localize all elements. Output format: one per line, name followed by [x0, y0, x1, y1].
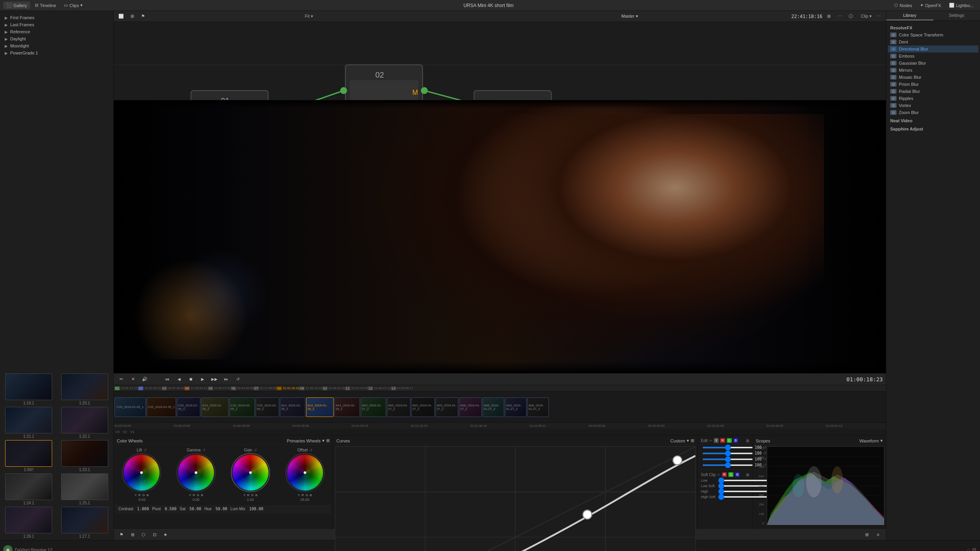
offset-color-wheel[interactable]	[285, 453, 325, 492]
skip-end-btn[interactable]: ⏭	[222, 375, 230, 384]
preview-expand-btn[interactable]: ⊞	[825, 12, 833, 21]
curves-dropdown[interactable]: ▾	[687, 438, 689, 443]
gamma-reset[interactable]: ↺	[202, 448, 205, 452]
tl-clip-5[interactable]: C20_2016-02-05_1	[229, 397, 255, 417]
soft-clip-more[interactable]: ⊞	[746, 473, 749, 477]
tl-clip-15[interactable]: A08_2016-01-27_2	[483, 397, 504, 417]
lift-color-wheel[interactable]	[122, 453, 161, 492]
mask-btn[interactable]: ✕	[129, 375, 137, 384]
group-btn[interactable]: ⊞	[128, 530, 137, 539]
soft-clip-r[interactable]: R	[722, 472, 727, 477]
gallery-tab[interactable]: ⬛ Gallery	[3, 2, 30, 9]
fx-dent[interactable]: ⊡ Dent	[888, 38, 978, 45]
tl-clip-4[interactable]: A14_2016-01-28_2	[201, 397, 229, 417]
openfx-btn[interactable]: ✦ OpenFX	[917, 2, 944, 9]
tree-powergrade[interactable]: ▶ PowerGrade 1	[2, 49, 112, 56]
gain-reset[interactable]: ↺	[254, 448, 257, 452]
soft-clip-pencil[interactable]: ✏	[717, 473, 720, 477]
lightbox-btn[interactable]: ⬜ Lightbo...	[946, 2, 977, 9]
nodes-btn[interactable]: ⬡ Nodes	[891, 2, 915, 9]
edit-pencil-icon[interactable]: ✏	[709, 439, 712, 443]
edit-more-btn[interactable]: ⊞	[746, 439, 749, 443]
viewer-mode-btn[interactable]: ⬜	[117, 12, 125, 21]
channel-b-btn[interactable]: B	[733, 438, 738, 443]
white-slider[interactable]	[702, 447, 753, 448]
tl-clip-14[interactable]: A08_2016-01-27_2	[459, 397, 482, 417]
tl-clip-16[interactable]: A08_2016-01-27_2	[505, 397, 526, 417]
home-icon[interactable]: ⌂	[967, 547, 970, 551]
fx-zoom-blur[interactable]: ⊡ Zoom Blur	[888, 109, 978, 116]
draw-tool-btn[interactable]: ✏	[117, 375, 125, 384]
gamma-color-wheel[interactable]	[176, 453, 216, 492]
next-frame-btn[interactable]: ▶▶	[210, 375, 219, 384]
audio-btn[interactable]: 🔊	[140, 375, 149, 384]
thumbnail-6[interactable]: 1:23.1	[58, 440, 112, 472]
thumbnail-10[interactable]: 1:27.1	[58, 507, 112, 538]
viewer-flag-btn[interactable]: ⚑	[139, 12, 147, 21]
thumbnail-9[interactable]: 1:26.1	[2, 507, 56, 538]
thumbnail-8[interactable]: 1:25.1	[58, 473, 112, 505]
tl-clip-13[interactable]: A03_2016-01-27_2	[436, 397, 458, 417]
flag-btn[interactable]: ⚑	[117, 530, 126, 539]
tree-reference[interactable]: ▶ Reference	[2, 28, 112, 35]
clip-more-btn[interactable]: ⋯	[874, 12, 883, 21]
fx-color-space[interactable]: ⊡ Color Space Transform	[888, 31, 978, 38]
tl-clip-10[interactable]: A03_2016-01-27_2	[361, 397, 386, 417]
channel-y-btn[interactable]: Y	[714, 438, 719, 443]
tl-clip-11[interactable]: A03_2016-01-27_2	[387, 397, 410, 417]
preview-more-btn[interactable]: ⋯	[836, 12, 844, 21]
tl-clip-17[interactable]: A08_2016-01-27_2	[527, 397, 549, 417]
tree-daylight[interactable]: ▶ Daylight	[2, 35, 112, 42]
loop-btn[interactable]: ↺	[234, 375, 242, 384]
hue-value[interactable]: 50.00	[216, 507, 227, 511]
lift-reset[interactable]: ↺	[143, 448, 147, 452]
copy-btn[interactable]: ⊡	[150, 530, 159, 539]
channel-r-btn[interactable]: R	[720, 438, 725, 443]
tl-clip-2[interactable]: C20_2016-02-05_1	[147, 397, 176, 417]
curves-options[interactable]: ⊞	[691, 438, 694, 443]
curves-canvas[interactable]	[335, 446, 696, 551]
settings-tab[interactable]: Settings	[933, 11, 980, 20]
thumbnail-7[interactable]: 1:24.1	[2, 473, 56, 505]
prev-frame-btn[interactable]: ◀	[175, 375, 183, 384]
fx-gaussian-blur[interactable]: ⊡ Gaussian Blur	[888, 60, 978, 67]
tree-first-frames[interactable]: ▶ First Frames	[2, 14, 112, 21]
clips-tab[interactable]: ▭ Clips ▾	[61, 2, 86, 9]
fx-radial-blur[interactable]: ⊡ Radial Blur	[888, 88, 978, 95]
play-btn[interactable]: ▶	[198, 375, 207, 384]
skip-start-btn[interactable]: ⏮	[163, 375, 172, 384]
grid-view-btn[interactable]: ⊞	[862, 530, 872, 539]
stop-btn[interactable]: ⏹	[187, 375, 195, 384]
list-view-btn[interactable]: ≡	[873, 530, 883, 539]
viewer-grid-btn[interactable]: ⊞	[128, 12, 136, 21]
tl-clip-3[interactable]: C20_2016-02-05_C	[177, 397, 200, 417]
node-btn[interactable]: ⬡	[139, 530, 148, 539]
blue-slider[interactable]	[702, 464, 753, 466]
tl-clip-12[interactable]: A03_2016-01-27_2	[411, 397, 435, 417]
thumbnail-1[interactable]: 1:19.1	[2, 373, 56, 405]
tl-clip-6[interactable]: C20_2016-02-05_C	[256, 397, 279, 417]
green-slider[interactable]	[702, 459, 753, 460]
soft-clip-b[interactable]: B	[735, 472, 740, 477]
lum-mix-value[interactable]: 100.00	[249, 507, 263, 511]
timeline-tab[interactable]: ⊟ Timeline	[32, 2, 59, 9]
red-slider[interactable]	[702, 453, 753, 454]
channel-g-btn[interactable]: G	[727, 438, 732, 443]
settings-icon[interactable]: ⚙	[972, 547, 977, 551]
tl-clip-8[interactable]: A14_2016-01-28_2	[306, 397, 334, 417]
library-tab[interactable]: Library	[886, 11, 933, 20]
star-btn[interactable]: ★	[161, 530, 170, 539]
fx-mirrors[interactable]: ⊡ Mirrors	[888, 67, 978, 74]
primaries-dropdown[interactable]: ▾	[322, 438, 325, 443]
tl-clip-9[interactable]: A14_2016-01-28_2	[334, 397, 360, 417]
preview-info-btn[interactable]: ⓘ	[847, 12, 855, 21]
fx-mosaic-blur[interactable]: ⊡ Mosaic Blur	[888, 74, 978, 81]
fx-directional-blur[interactable]: ⊡ Directional Blur	[888, 45, 978, 53]
fx-ripples[interactable]: ⊡ Ripples	[888, 95, 978, 102]
tree-last-frames[interactable]: ▶ Last Frames	[2, 21, 112, 28]
tl-clip-7[interactable]: A14_2016-01-28_2	[280, 397, 305, 417]
fx-vortex[interactable]: ⊡ Vortex	[888, 102, 978, 109]
scopes-dropdown[interactable]: ▾	[880, 438, 883, 443]
gain-color-wheel[interactable]	[231, 453, 270, 492]
pivot-value[interactable]: 0.500	[165, 507, 176, 511]
